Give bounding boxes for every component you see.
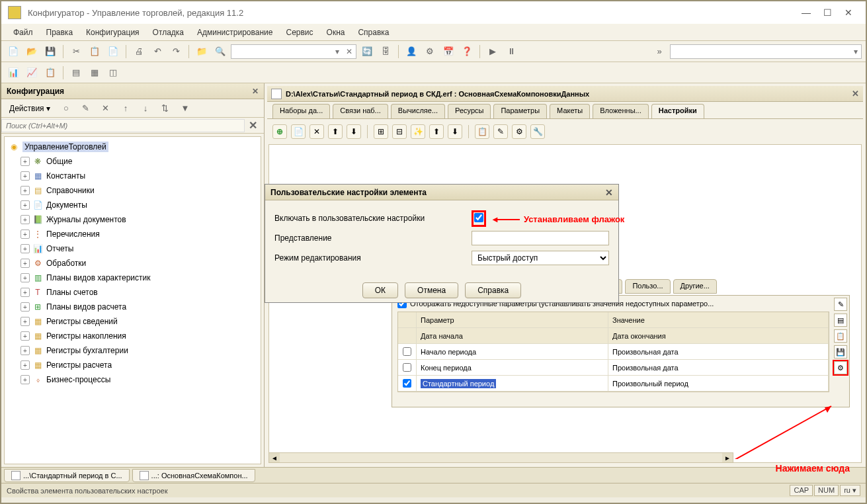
- tree-item[interactable]: +▦Регистры накопления: [5, 329, 261, 343]
- expand-icon[interactable]: +: [21, 215, 30, 224]
- config-close-icon[interactable]: ✕: [252, 87, 259, 96]
- close-button[interactable]: ✕: [838, 5, 859, 21]
- row-checkbox[interactable]: [403, 363, 411, 372]
- del-button[interactable]: ✕: [310, 124, 324, 139]
- act-btn3[interactable]: ✕: [98, 101, 114, 116]
- right-search-dropdown[interactable]: ▾: [850, 47, 861, 56]
- tree-item[interactable]: +▦Регистры сведений: [5, 314, 261, 329]
- expand-icon[interactable]: +: [21, 302, 30, 312]
- refresh-button[interactable]: 🔄: [359, 44, 375, 60]
- side-form-button[interactable]: ▤: [834, 314, 847, 327]
- cut-button[interactable]: ✂: [68, 44, 84, 60]
- help-icon[interactable]: ❓: [459, 44, 475, 60]
- table-row[interactable]: Конец периода Произвольная дата: [398, 360, 829, 376]
- tree-item[interactable]: +⬨Бизнес-процессы: [5, 372, 261, 387]
- folder-button[interactable]: 📁: [194, 44, 210, 60]
- menu-windows[interactable]: Окна: [323, 26, 349, 39]
- tree-item[interactable]: +▦Константы: [5, 169, 261, 183]
- config-tree[interactable]: ◉ УправлениеТорговлей +❋Общие +▦Констант…: [4, 136, 261, 464]
- menu-admin[interactable]: Администрирование: [193, 26, 276, 39]
- edit-button[interactable]: ✎: [493, 124, 508, 139]
- presentation-input[interactable]: [472, 231, 609, 245]
- tb2-btn6[interactable]: ◫: [105, 65, 121, 81]
- subtab-other[interactable]: Другие...: [673, 279, 717, 294]
- tree-item[interactable]: +▦Регистры расчета: [5, 358, 261, 372]
- act-filter-icon[interactable]: ▼: [177, 101, 193, 116]
- act-up-icon[interactable]: ↑: [118, 101, 134, 116]
- act-sort-icon[interactable]: ⇅: [157, 101, 173, 116]
- actions-dropdown[interactable]: Действия ▾: [5, 103, 54, 114]
- include-checkbox[interactable]: [474, 213, 483, 222]
- right-search[interactable]: ▾: [670, 44, 862, 59]
- expand-icon[interactable]: +: [21, 186, 30, 195]
- cancel-button[interactable]: Отмена: [405, 282, 458, 298]
- bottom-tab-1[interactable]: ...\Стандартный период в С...: [4, 469, 130, 482]
- toolbar-search[interactable]: ▾ ✕: [231, 44, 356, 59]
- new-button[interactable]: 📄: [5, 44, 21, 60]
- ok-button[interactable]: ОК: [362, 282, 398, 298]
- side-edit-button[interactable]: ✎: [834, 298, 847, 311]
- menu-service[interactable]: Сервис: [282, 26, 317, 39]
- tb2-btn3[interactable]: 📋: [42, 65, 58, 81]
- search-clear-icon[interactable]: ✕: [343, 47, 356, 56]
- menu-config[interactable]: Конфигурация: [82, 26, 144, 39]
- config-search-clear[interactable]: ✕: [245, 119, 261, 132]
- tab-resources[interactable]: Ресурсы: [448, 104, 491, 118]
- user-button[interactable]: 👤: [403, 44, 419, 60]
- tab-datasets[interactable]: Наборы да...: [272, 104, 330, 118]
- scroll-left-icon[interactable]: ◄: [269, 453, 280, 462]
- tb2-btn2[interactable]: 📈: [24, 65, 40, 81]
- side-copy-button[interactable]: 📋: [834, 329, 847, 343]
- undo-button[interactable]: ↶: [149, 44, 165, 60]
- subtab-user[interactable]: Пользо...: [625, 279, 670, 294]
- expand-icon[interactable]: +: [21, 360, 30, 370]
- settings-button[interactable]: ⚙: [422, 44, 438, 60]
- side-save-button[interactable]: 💾: [834, 345, 847, 358]
- gear2-button[interactable]: 🔧: [530, 124, 545, 139]
- menu-file[interactable]: Файл: [9, 26, 37, 39]
- tab-parameters[interactable]: Параметры: [493, 104, 547, 118]
- tb2-btn5[interactable]: ▦: [87, 65, 103, 81]
- act-down-icon[interactable]: ↓: [138, 101, 153, 116]
- tree-item[interactable]: +📊Отчеты: [5, 241, 261, 256]
- copy-button[interactable]: 📋: [87, 44, 103, 60]
- doc-close-icon[interactable]: ✕: [852, 89, 859, 99]
- calendar-button[interactable]: 📅: [440, 44, 456, 60]
- maximize-button[interactable]: ☐: [817, 5, 838, 21]
- tab-settings[interactable]: Настройки: [651, 104, 704, 118]
- h-scrollbar[interactable]: ◄ ►: [268, 452, 733, 463]
- add2-button[interactable]: 📄: [291, 124, 306, 139]
- tree-item[interactable]: +ТПланы счетов: [5, 285, 261, 300]
- expand-icon[interactable]: +: [21, 157, 30, 166]
- tree-item[interactable]: +⚙Обработки: [5, 256, 261, 271]
- table-row[interactable]: Дата начала Дата окончания: [398, 328, 829, 344]
- table-row[interactable]: Начало периода Произвольная дата: [398, 344, 829, 360]
- debug-stop-button[interactable]: ⏸: [503, 44, 519, 60]
- tab-templates[interactable]: Макеты: [550, 104, 590, 118]
- wizard-button[interactable]: ✨: [411, 124, 425, 139]
- menu-edit[interactable]: Правка: [42, 26, 77, 39]
- expand-icon[interactable]: +: [21, 171, 30, 181]
- toolbar-search-input[interactable]: [231, 48, 332, 56]
- tab-links[interactable]: Связи наб...: [333, 104, 388, 118]
- side-user-settings-button[interactable]: ⚙: [834, 361, 847, 374]
- minimize-button[interactable]: —: [796, 5, 817, 21]
- scroll-right-icon[interactable]: ►: [722, 453, 733, 462]
- dialog-close-icon[interactable]: ✕: [605, 187, 613, 198]
- row-checkbox[interactable]: [403, 347, 411, 356]
- expand-icon[interactable]: +: [21, 375, 30, 384]
- open-button[interactable]: 📂: [24, 44, 40, 60]
- config-search-input[interactable]: [1, 119, 245, 132]
- table-row-selected[interactable]: Стандартный период Произвольный период: [398, 376, 829, 392]
- bottom-tab-2[interactable]: ...: ОсновнаяСхемаКомпон...: [132, 469, 255, 482]
- zoom-button[interactable]: 🔍: [212, 44, 228, 60]
- lang-indicator[interactable]: ru ▾: [840, 485, 860, 496]
- expand-icon[interactable]: +: [21, 317, 30, 326]
- expand-icon[interactable]: +: [21, 273, 30, 282]
- expand-icon[interactable]: +: [21, 230, 30, 239]
- menu-help[interactable]: Справка: [354, 26, 393, 39]
- act-btn1[interactable]: ○: [58, 101, 74, 116]
- expand-icon[interactable]: »: [651, 44, 667, 60]
- tb2-btn4[interactable]: ▤: [68, 65, 84, 81]
- ungroup-button[interactable]: ⊟: [392, 124, 407, 139]
